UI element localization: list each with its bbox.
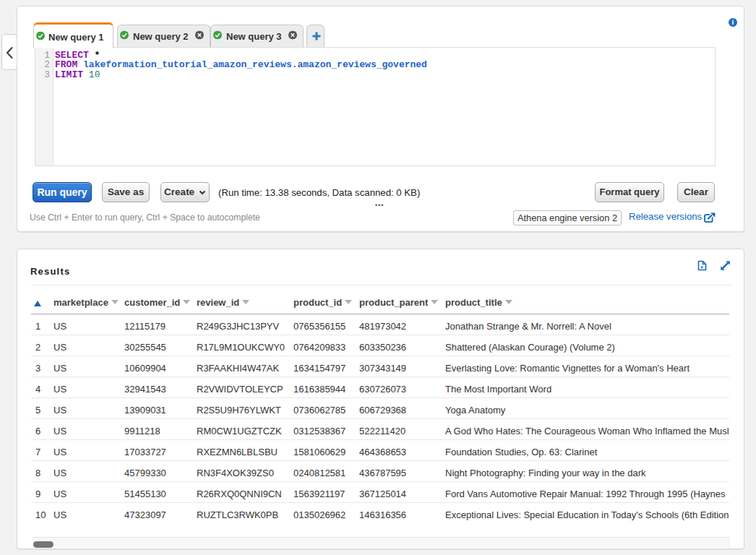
svg-text:i: i bbox=[732, 18, 734, 26]
